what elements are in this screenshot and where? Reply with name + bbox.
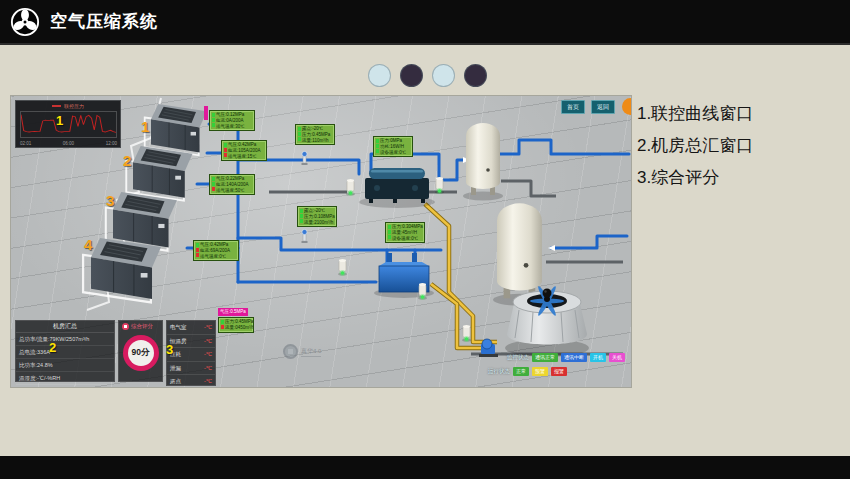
compressor-4-number: 4 [84,236,92,253]
legend-row2-label: 运行状态 [488,368,510,375]
compressor-3-number: 3 [106,192,114,209]
yellow-pipes [425,204,497,348]
page-title: 空气压缩系统 [50,10,158,33]
score-badge-icon [122,323,129,330]
air-tank-1 [463,123,503,201]
dryer-lcd-4: 压力:0.304MPa 流量:45m³/H 设备温度:0℃ [385,222,425,243]
alarm-tag: 气压:0.5MPa [218,308,248,316]
legend-comm-break: 通讯中断 [561,353,587,362]
dryer-lcd-1: 露点:-20℃ 压力:0.45MPa 流量:110m³/h [295,124,335,145]
tick-1: 06:00 [63,141,74,146]
legend-normal: 正常 [513,367,529,376]
tick-2: 12:00 [106,141,117,146]
flow-meter [302,151,308,165]
legend-power-on: 开机 [590,353,606,362]
room-summary-panel: 机房汇总 总功率/流量:79KW/2507m³/h 总电流:336A 比功率:2… [15,320,115,382]
chart-plot-area [20,111,117,138]
slide-nav-dots [368,64,487,87]
run-status-legend: 运行状态 正常 预警 报警 [488,367,567,376]
annotation-notes: 1.联控曲线窗口 2.机房总汇窗口 3.综合评分 [637,98,753,194]
slide-page: 空气压缩系统 1.联控曲线窗口 2.机房总汇窗口 3.综合评分 [0,0,850,479]
watermark-text: 真华4.0 [301,347,321,357]
note-3: 3.综合评分 [637,162,753,194]
compressor-2-number: 2 [123,152,131,169]
air-tank-2 [493,203,546,305]
score-value: 90分 [123,335,159,371]
score-header: 综合评分 [119,321,162,332]
score-gauge: 90分 [123,335,159,371]
legend-power-off: 关机 [609,353,625,362]
chart-x-ticks: 02:01 06:00 12:00 [20,141,117,146]
flow-meter [302,229,308,243]
filter-cylinder [435,177,444,194]
dryer-lcd-2: 压力:0MPa 功耗:16W/H 设备温度:0℃ [373,136,413,157]
annotation-number-1: 1 [56,113,63,128]
legend-comm-ok: 通讯正常 [532,353,558,362]
watermark: 真华4.0 [283,344,321,359]
compressor-4-lcd: 气压:0.42MPa 电流:69A/200A 排气温度:0℃ [193,240,239,261]
scada-scene-screenshot: 联控压力 02:01 06:00 12:00 1 首页 返回 1 2 3 4 [10,95,632,388]
summary-title: 机房汇总 [16,321,114,333]
legend-row1-label: 监控状态 [507,354,529,361]
pipe-arrow [548,245,555,251]
dryer-machine [359,168,435,208]
sensor-panel: 电气室-℃ 恒温房-℃ 压耗-℃ 泄漏-℃ 露点-℃ [166,320,216,386]
back-button[interactable]: 返回 [591,100,615,114]
score-panel: 综合评分 90分 [118,320,163,382]
legend-line-swatch [52,105,61,107]
legend-warning: 预警 [532,367,548,376]
nav-dot-3[interactable] [432,64,455,87]
bottom-band [0,456,850,479]
nav-dot-1[interactable] [368,64,391,87]
annotation-number-3: 3 [166,342,173,357]
dryer-lcd-3: 露点:-20℃ 压力:0.108MPa 流量:2100m³/h [297,206,337,227]
compressor-4 [83,238,161,302]
compressor-1 [145,104,207,155]
tick-0: 02:01 [20,141,31,146]
filter-cylinder [346,179,355,196]
fan-logo-icon [10,7,40,37]
scene-toolbar: 首页 返回 [561,100,615,114]
filter-cylinder [462,325,471,342]
nav-dot-4[interactable] [464,64,487,87]
app-header: 空气压缩系统 [0,0,850,45]
small-lcd: 压力:0.45MPa 流量:0450m³/h [218,317,254,333]
legend-alarm: 报警 [551,367,567,376]
note-2: 2.机房总汇窗口 [637,130,753,162]
compressor-2-lcd: 气压:0.42MPa 电流:105A/200A 排气温度:15℃ [221,140,267,161]
nav-dot-2[interactable] [400,64,423,87]
score-title: 综合评分 [131,323,153,330]
orange-widget-icon[interactable] [622,98,632,115]
home-button[interactable]: 首页 [561,100,585,114]
compressor-1-lcd: 气压:0.12MPa 电流:0A/200A 排气温度:30℃ [209,110,255,131]
trend-chart-panel: 联控压力 02:01 06:00 12:00 1 [15,100,121,148]
note-1: 1.联控曲线窗口 [637,98,753,130]
filter-cylinder [338,259,347,276]
compressor-3-lcd: 气压:0.22MPa 电流:140A/200A 排气温度:50℃ [209,174,255,195]
annotation-number-2: 2 [49,340,56,355]
chart-legend: 联控压力 [16,101,120,110]
watermark-logo-icon [283,344,298,359]
alarm-strip [204,106,208,120]
pressure-trend-line [21,115,116,133]
legend-label: 联控压力 [64,103,84,109]
compressor-1-number: 1 [141,118,149,135]
filter-cylinder [418,283,427,300]
monitor-status-legend: 监控状态 通讯正常 通讯中断 开机 关机 [507,353,625,362]
